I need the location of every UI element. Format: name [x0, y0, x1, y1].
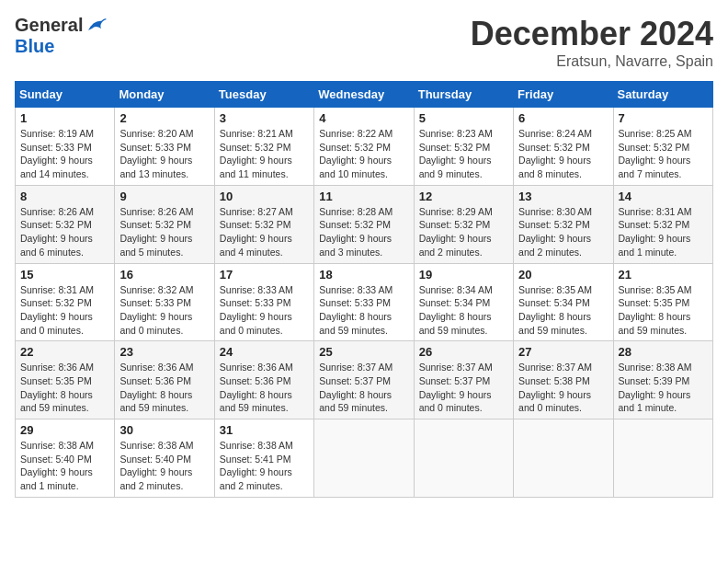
daylight-text: Daylight: 9 hours and 2 minutes. [119, 466, 192, 491]
sunrise-text: Sunrise: 8:26 AM [119, 206, 193, 217]
sunset-text: Sunset: 5:32 PM [319, 219, 391, 230]
weekday-header-cell: Monday [115, 82, 214, 108]
day-number: 31 [220, 423, 309, 437]
sunset-text: Sunset: 5:41 PM [220, 454, 291, 465]
weekday-header-cell: Sunday [16, 82, 115, 108]
day-number: 15 [20, 268, 109, 282]
daylight-text: Daylight: 8 hours and 59 minutes. [619, 311, 691, 336]
calendar-day-cell: 6 Sunrise: 8:24 AM Sunset: 5:32 PM Dayli… [514, 108, 613, 186]
logo-general-text: General [15, 15, 83, 36]
calendar-day-cell: 16 Sunrise: 8:32 AM Sunset: 5:33 PM Dayl… [115, 263, 214, 341]
calendar-week-row: 15 Sunrise: 8:31 AM Sunset: 5:32 PM Dayl… [16, 263, 713, 341]
day-info: Sunrise: 8:33 AM Sunset: 5:33 PM Dayligh… [319, 283, 408, 338]
day-number: 19 [419, 268, 508, 282]
daylight-text: Daylight: 9 hours and 2 minutes. [518, 233, 591, 258]
daylight-text: Daylight: 9 hours and 6 minutes. [20, 233, 93, 258]
sunset-text: Sunset: 5:36 PM [220, 375, 291, 386]
sunset-text: Sunset: 5:32 PM [619, 219, 690, 230]
sunset-text: Sunset: 5:33 PM [319, 297, 391, 308]
calendar-week-row: 22 Sunrise: 8:36 AM Sunset: 5:35 PM Dayl… [16, 341, 713, 419]
weekday-header-cell: Saturday [613, 82, 712, 108]
sunrise-text: Sunrise: 8:28 AM [319, 206, 392, 217]
day-number: 26 [419, 345, 508, 359]
day-info: Sunrise: 8:20 AM Sunset: 5:33 PM Dayligh… [119, 127, 209, 181]
daylight-text: Daylight: 9 hours and 0 minutes. [119, 311, 192, 336]
sunrise-text: Sunrise: 8:31 AM [20, 284, 94, 295]
calendar-day-cell: 29 Sunrise: 8:38 AM Sunset: 5:40 PM Dayl… [16, 419, 115, 498]
calendar-body: 1 Sunrise: 8:19 AM Sunset: 5:33 PM Dayli… [16, 108, 713, 498]
day-number: 13 [518, 190, 608, 203]
calendar-day-cell: 15 Sunrise: 8:31 AM Sunset: 5:32 PM Dayl… [16, 263, 115, 341]
day-info: Sunrise: 8:27 AM Sunset: 5:32 PM Dayligh… [220, 205, 309, 259]
day-number: 11 [319, 190, 408, 203]
day-number: 8 [20, 190, 109, 203]
sunset-text: Sunset: 5:36 PM [119, 375, 191, 386]
page-header: General Blue December 2024 Eratsun, Nava… [15, 15, 713, 70]
sunset-text: Sunset: 5:33 PM [220, 297, 291, 308]
sunset-text: Sunset: 5:32 PM [220, 219, 291, 230]
calendar-day-cell: 17 Sunrise: 8:33 AM Sunset: 5:33 PM Dayl… [214, 263, 313, 341]
sunrise-text: Sunrise: 8:35 AM [619, 284, 692, 295]
calendar-day-cell: 22 Sunrise: 8:36 AM Sunset: 5:35 PM Dayl… [16, 341, 115, 419]
daylight-text: Daylight: 9 hours and 0 minutes. [518, 389, 591, 414]
weekday-header-cell: Tuesday [214, 82, 313, 108]
day-info: Sunrise: 8:22 AM Sunset: 5:32 PM Dayligh… [319, 127, 408, 181]
daylight-text: Daylight: 9 hours and 9 minutes. [419, 155, 492, 179]
sunrise-text: Sunrise: 8:26 AM [20, 206, 94, 217]
sunrise-text: Sunrise: 8:38 AM [119, 440, 193, 451]
calendar-week-row: 29 Sunrise: 8:38 AM Sunset: 5:40 PM Dayl… [16, 419, 713, 498]
sunset-text: Sunset: 5:38 PM [518, 375, 590, 386]
day-number: 24 [220, 345, 309, 359]
sunset-text: Sunset: 5:40 PM [20, 454, 92, 465]
day-info: Sunrise: 8:29 AM Sunset: 5:32 PM Dayligh… [419, 205, 508, 259]
location-title: Eratsun, Navarre, Spain [471, 53, 713, 70]
calendar-day-cell: 27 Sunrise: 8:37 AM Sunset: 5:38 PM Dayl… [514, 341, 613, 419]
daylight-text: Daylight: 9 hours and 5 minutes. [119, 233, 192, 258]
sunset-text: Sunset: 5:32 PM [20, 297, 92, 308]
sunrise-text: Sunrise: 8:38 AM [20, 440, 94, 451]
day-info: Sunrise: 8:38 AM Sunset: 5:39 PM Dayligh… [619, 361, 708, 415]
calendar-day-cell: 3 Sunrise: 8:21 AM Sunset: 5:32 PM Dayli… [214, 108, 313, 186]
day-info: Sunrise: 8:32 AM Sunset: 5:33 PM Dayligh… [119, 283, 209, 338]
daylight-text: Daylight: 9 hours and 2 minutes. [419, 233, 492, 258]
day-info: Sunrise: 8:37 AM Sunset: 5:37 PM Dayligh… [319, 361, 408, 415]
day-number: 3 [220, 111, 309, 125]
sunrise-text: Sunrise: 8:30 AM [518, 206, 592, 217]
calendar-day-cell: 4 Sunrise: 8:22 AM Sunset: 5:32 PM Dayli… [314, 108, 414, 186]
calendar-day-cell: 11 Sunrise: 8:28 AM Sunset: 5:32 PM Dayl… [314, 185, 414, 263]
calendar-day-cell: 21 Sunrise: 8:35 AM Sunset: 5:35 PM Dayl… [613, 263, 712, 341]
day-info: Sunrise: 8:25 AM Sunset: 5:32 PM Dayligh… [619, 127, 708, 181]
sunset-text: Sunset: 5:37 PM [419, 375, 491, 386]
sunset-text: Sunset: 5:33 PM [20, 142, 92, 153]
sunrise-text: Sunrise: 8:37 AM [518, 362, 592, 373]
daylight-text: Daylight: 8 hours and 59 minutes. [319, 311, 392, 336]
sunset-text: Sunset: 5:34 PM [419, 297, 491, 308]
sunrise-text: Sunrise: 8:38 AM [619, 362, 692, 373]
day-number: 20 [518, 268, 608, 282]
day-number: 16 [119, 268, 209, 282]
sunset-text: Sunset: 5:32 PM [119, 219, 191, 230]
day-info: Sunrise: 8:21 AM Sunset: 5:32 PM Dayligh… [220, 127, 309, 181]
day-number: 2 [119, 111, 209, 125]
sunrise-text: Sunrise: 8:37 AM [419, 362, 493, 373]
day-number: 12 [419, 190, 508, 203]
daylight-text: Daylight: 9 hours and 14 minutes. [20, 155, 93, 179]
calendar-day-cell: 14 Sunrise: 8:31 AM Sunset: 5:32 PM Dayl… [613, 185, 712, 263]
daylight-text: Daylight: 9 hours and 0 minutes. [419, 389, 492, 414]
sunrise-text: Sunrise: 8:36 AM [119, 362, 193, 373]
sunrise-text: Sunrise: 8:21 AM [220, 128, 293, 139]
day-number: 6 [518, 111, 608, 125]
sunrise-text: Sunrise: 8:34 AM [419, 284, 493, 295]
day-info: Sunrise: 8:26 AM Sunset: 5:32 PM Dayligh… [119, 205, 209, 259]
day-info: Sunrise: 8:26 AM Sunset: 5:32 PM Dayligh… [20, 205, 109, 259]
calendar-week-row: 1 Sunrise: 8:19 AM Sunset: 5:33 PM Dayli… [16, 108, 713, 186]
sunrise-text: Sunrise: 8:36 AM [220, 362, 293, 373]
calendar-day-cell [613, 419, 712, 498]
day-number: 21 [619, 268, 708, 282]
day-number: 9 [119, 190, 209, 203]
sunrise-text: Sunrise: 8:19 AM [20, 128, 94, 139]
daylight-text: Daylight: 8 hours and 59 minutes. [20, 389, 93, 414]
calendar-table: SundayMondayTuesdayWednesdayThursdayFrid… [15, 81, 713, 498]
sunrise-text: Sunrise: 8:29 AM [419, 206, 493, 217]
day-number: 18 [319, 268, 408, 282]
